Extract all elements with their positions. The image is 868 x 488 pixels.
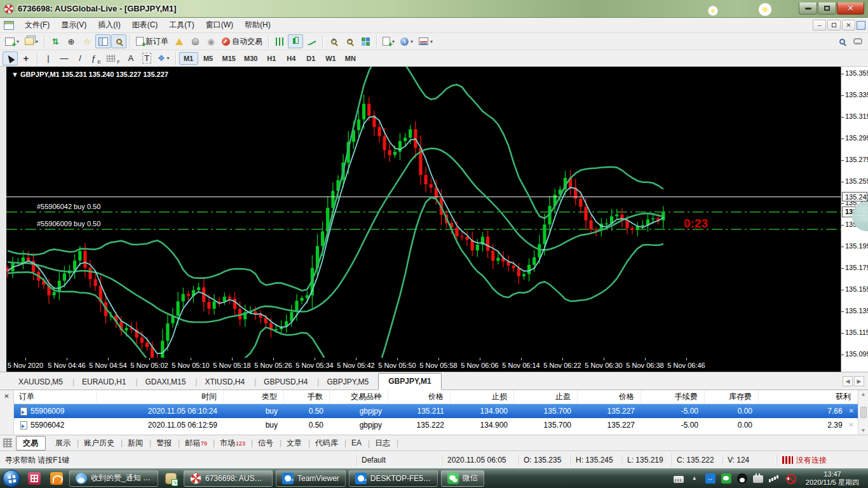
timeframe-button[interactable]: M15 — [219, 52, 240, 65]
chart-tab[interactable]: EURAUD,H1 — [72, 374, 135, 390]
autotrading-button[interactable]: 自动交易 — [219, 34, 265, 48]
network-signal-icon[interactable] — [769, 473, 779, 484]
column-header[interactable]: 手数 — [284, 390, 330, 403]
price-chart[interactable]: ▼ GBPJPY,M1 135.231 135.240 135.227 135.… — [6, 67, 841, 358]
terminal-tab[interactable]: 信号 — [252, 437, 280, 450]
vertical-line-button[interactable]: | — [41, 51, 56, 65]
scroll-up-icon[interactable]: ▲ — [861, 391, 866, 397]
column-header[interactable]: 价格 — [388, 390, 451, 403]
search-button[interactable] — [834, 34, 850, 48]
taskbar-mt4-button[interactable]: 6736698: AUSG... — [184, 470, 273, 487]
terminal-close-icon[interactable]: ✕ — [2, 392, 11, 401]
volume-muted-icon[interactable] — [785, 473, 795, 484]
column-header[interactable]: 订单 — [14, 390, 97, 403]
taskbar-teamviewer-button[interactable]: ↔TeamViewer — [276, 470, 346, 487]
column-header[interactable]: 获利 — [759, 390, 858, 403]
tab-scroll-left-icon[interactable]: ◀ — [843, 376, 853, 386]
close-order-icon[interactable]: ✕ — [849, 404, 854, 418]
chart-tab[interactable]: GBPJPY,M1 — [378, 373, 441, 390]
zoom-out-button[interactable]: − — [342, 34, 357, 48]
child-minimize-button[interactable]: – — [813, 20, 826, 30]
connection-status[interactable]: 没有连接 — [776, 454, 868, 466]
menu-item[interactable]: 插入(I) — [92, 18, 126, 32]
terminal-tab[interactable]: 代码库 — [309, 437, 345, 450]
new-order-button[interactable]: 新订单 — [133, 34, 171, 48]
fibonacci-button[interactable]: F — [104, 51, 123, 65]
symbols-button[interactable]: ⇅ — [48, 34, 63, 48]
arrows-button[interactable]: ❖▾ — [155, 51, 172, 65]
terminal-columns-icon[interactable] — [3, 438, 12, 447]
timeframe-button[interactable]: H1 — [262, 52, 281, 65]
taskbar-wechat-button[interactable]: 微信 — [441, 470, 484, 487]
show-hidden-icons[interactable]: ▲ — [689, 473, 700, 484]
equidistant-channel-button[interactable]: ƒE — [88, 51, 104, 65]
menu-extra-button[interactable] — [857, 21, 865, 30]
chart-tab[interactable]: GBPUSD,H4 — [254, 374, 317, 390]
terminal-tab[interactable]: 交易 — [16, 436, 46, 451]
tab-scroll-right-icon[interactable]: ▶ — [854, 376, 864, 386]
timeframe-button[interactable]: M1 — [179, 52, 198, 65]
time-axis[interactable]: 5 Nov 20205 Nov 04:465 Nov 04:545 Nov 05… — [6, 358, 841, 372]
signals-button[interactable]: ◉ — [203, 34, 219, 48]
column-header[interactable]: 时间 — [97, 390, 224, 403]
child-close-button[interactable]: ✕ — [842, 20, 855, 30]
column-header[interactable]: 手续费 — [641, 390, 705, 403]
terminal-tab[interactable]: 市场123 — [214, 437, 252, 450]
column-header[interactable]: 价格 — [578, 390, 641, 403]
child-restore-button[interactable] — [827, 20, 841, 30]
periods-button[interactable]: ▾ — [398, 34, 416, 48]
crosshair-tool-button[interactable]: + — [18, 51, 34, 65]
templates-button[interactable]: ▾ — [416, 34, 435, 48]
terminal-tab[interactable]: 文章 — [280, 437, 309, 450]
chart-tab[interactable]: XTIUSD,H4 — [195, 374, 254, 390]
column-header[interactable]: 类型 — [224, 390, 284, 403]
orders-table-header[interactable]: 订单 时间 类型 手数 交易品种 价格 止损 止盈 价格 — [14, 390, 858, 404]
terminal-tab[interactable]: 邮箱79 — [179, 437, 214, 450]
data-window-button[interactable] — [111, 34, 126, 48]
cursor-tool-button[interactable] — [3, 51, 18, 65]
menu-item[interactable]: 工具(T) — [163, 18, 200, 32]
community-button[interactable] — [850, 34, 865, 48]
column-header[interactable]: 止损 — [451, 390, 514, 403]
column-header[interactable]: 止盈 — [514, 390, 578, 403]
new-chart-button[interactable]: ▾ — [3, 34, 22, 48]
scroll-down-icon[interactable]: ▼ — [861, 428, 866, 433]
taskbar-pinned-uc-browser[interactable] — [47, 470, 66, 487]
taskbar-pinned-calculator[interactable] — [25, 470, 44, 487]
terminal-scrollbar[interactable]: ▲ ▼ — [858, 390, 868, 435]
zoom-in-button[interactable]: + — [326, 34, 341, 48]
timeframe-button[interactable]: MN — [341, 52, 360, 65]
line-chart-button[interactable] — [304, 34, 319, 48]
qq-tray-icon[interactable] — [737, 473, 747, 484]
timeframe-button[interactable]: M5 — [199, 52, 218, 65]
wechat-tray-icon[interactable] — [721, 473, 731, 484]
menu-item[interactable]: 帮助(H) — [239, 18, 276, 32]
restore-button[interactable] — [818, 3, 836, 15]
terminal-tab[interactable]: 日志 — [369, 437, 397, 450]
chart-tab[interactable]: XAUUSD,M5 — [9, 374, 72, 390]
trendline-button[interactable]: / — [72, 51, 88, 65]
column-header[interactable]: 库存费 — [705, 390, 759, 403]
chart-tab[interactable]: GDAXI,M15 — [135, 374, 195, 390]
timeframe-button[interactable]: D1 — [301, 52, 320, 65]
close-order-icon[interactable]: ✕ — [849, 418, 854, 432]
terminal-tab[interactable]: 展示 — [49, 437, 78, 450]
column-header[interactable]: 交易品种 — [330, 390, 388, 403]
input-method-icon[interactable] — [674, 476, 684, 483]
market-watch-button[interactable] — [95, 34, 111, 48]
terminal-tab[interactable]: EA — [345, 437, 369, 449]
taskbar-teamviewer2-button[interactable]: ↔DESKTOP-FE5E... — [349, 470, 438, 487]
chart-tab[interactable]: GBPJPY,M5 — [317, 374, 378, 390]
start-button[interactable] — [3, 470, 20, 487]
expert-advisors-button[interactable] — [187, 34, 203, 48]
text-label-button[interactable]: T — [139, 51, 154, 65]
terminal-tab[interactable]: 账户历史 — [78, 437, 121, 450]
menu-item[interactable]: 文件(F) — [19, 18, 55, 32]
teamviewer-tray-icon[interactable] — [705, 473, 715, 484]
taskbar-qq-button[interactable]: 收到的赞_通知 - ... — [69, 470, 158, 487]
usb-tray-icon[interactable] — [753, 475, 763, 483]
indicator-list-button[interactable] — [172, 34, 187, 48]
tile-windows-button[interactable] — [358, 34, 373, 48]
scrollbar-thumb[interactable] — [860, 407, 867, 418]
chart-window-icon[interactable] — [4, 21, 14, 30]
